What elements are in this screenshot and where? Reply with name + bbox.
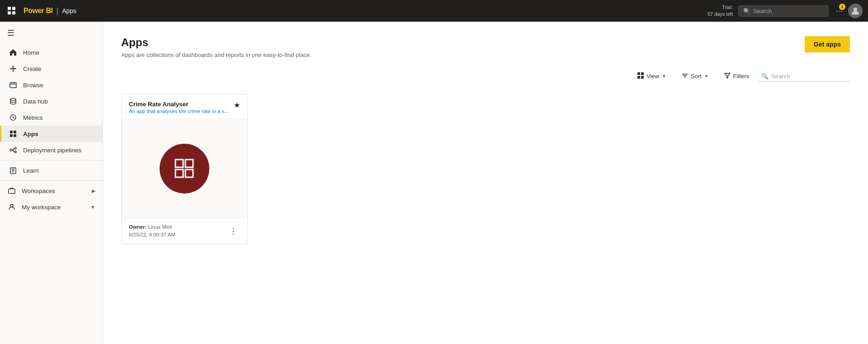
svg-rect-2 [8, 11, 11, 14]
app-card-more-button[interactable]: ⋮ [226, 225, 240, 237]
sidebar-item-browse[interactable]: Browse [0, 77, 103, 93]
sidebar-item-my-workspace[interactable]: My workspace ▼ [0, 199, 103, 215]
sidebar-item-create[interactable]: Create [0, 61, 103, 77]
topbar-actions: ··· 1 [834, 4, 863, 18]
svg-rect-5 [10, 83, 16, 88]
sort-button[interactable]: Sort ▼ [676, 69, 715, 83]
sidebar-item-label-apps: Apps [23, 131, 38, 137]
get-apps-button[interactable]: Get apps [805, 36, 850, 52]
trial-info: Trial: 57 days left [708, 4, 733, 18]
svg-rect-8 [10, 131, 13, 133]
svg-rect-18 [637, 72, 640, 75]
view-chevron-icon: ▼ [662, 74, 666, 79]
sidebar-item-label-create: Create [23, 66, 42, 72]
svg-point-13 [14, 147, 16, 149]
my-workspace-chevron-icon: ▼ [90, 204, 95, 210]
apps-grid: Crime Rate Analyser An app that analyses… [121, 94, 850, 244]
svg-rect-11 [14, 134, 16, 137]
toolbar-search-box[interactable]: 🔍 [759, 71, 850, 82]
app-card-date: 6/25/22, 4:00:37 AM [129, 232, 175, 237]
svg-point-17 [10, 204, 13, 207]
page-subtitle: Apps are collections of dashboards and r… [121, 52, 311, 58]
filters-label: Filters [733, 73, 749, 80]
app-card[interactable]: Crime Rate Analyser An app that analyses… [121, 94, 248, 244]
my-workspace-icon [7, 203, 16, 211]
view-label: View [646, 73, 659, 80]
content-area: Apps Apps are collections of dashboards … [103, 22, 868, 344]
sort-label: Sort [691, 73, 702, 80]
topbar-search-icon: 🔍 [743, 8, 750, 14]
sidebar-item-metrics[interactable]: Metrics [0, 109, 103, 126]
svg-rect-1 [12, 7, 15, 10]
data-hub-icon [9, 98, 18, 105]
filters-button[interactable]: Filters [718, 69, 755, 83]
sidebar-nav: Home Create Browse Data hub [0, 44, 103, 344]
learn-icon [9, 167, 18, 174]
app-card-title-area: Crime Rate Analyser An app that analyses… [129, 101, 229, 114]
toolbar-search-icon: 🔍 [761, 73, 769, 80]
svg-rect-25 [185, 170, 193, 177]
app-card-meta: Owner: Linux Mint 6/25/22, 4:00:37 AM [129, 223, 175, 239]
sidebar-item-apps[interactable]: Apps [0, 126, 103, 142]
svg-rect-10 [10, 134, 13, 137]
app-card-title: Crime Rate Analyser [129, 101, 229, 108]
browse-icon [9, 81, 18, 89]
sidebar-divider [0, 160, 103, 160]
toolbar: View ▼ Sort ▼ Filters 🔍 [121, 69, 850, 83]
app-icon-svg [172, 156, 197, 181]
brand-logo[interactable]: Power BI [24, 7, 52, 15]
toolbar-search-input[interactable] [771, 73, 847, 80]
sidebar-item-learn[interactable]: Learn [0, 162, 103, 179]
workspaces-chevron-icon: ▶ [92, 188, 95, 194]
sidebar-item-home[interactable]: Home [0, 44, 103, 61]
sidebar-item-label-learn: Learn [23, 167, 39, 174]
topbar-more-button[interactable]: ··· 1 [834, 5, 844, 18]
svg-rect-24 [175, 170, 183, 177]
sidebar-item-deployment-pipelines[interactable]: Deployment pipelines [0, 142, 103, 158]
app-card-header: Crime Rate Analyser An app that analyses… [122, 94, 247, 119]
svg-point-6 [10, 99, 16, 101]
workspaces-icon [7, 187, 16, 194]
deployment-pipelines-icon [9, 146, 18, 154]
main-layout: ☰ Home Create Browse [0, 22, 868, 344]
sidebar-divider-2 [0, 180, 103, 181]
svg-rect-0 [8, 7, 11, 10]
app-card-description: An app that analyses the crime rate in a… [129, 108, 229, 114]
sidebar-item-label-deployment-pipelines: Deployment pipelines [23, 147, 81, 154]
sidebar-item-workspaces[interactable]: Workspaces ▶ [0, 183, 103, 199]
topbar-search-input[interactable] [753, 8, 824, 14]
sidebar: ☰ Home Create Browse [0, 22, 103, 344]
app-card-body [122, 119, 247, 218]
sidebar-item-label-home: Home [23, 49, 39, 56]
sidebar-item-data-hub[interactable]: Data hub [0, 93, 103, 109]
sidebar-item-label-my-workspace: My workspace [22, 204, 61, 211]
app-card-star-icon[interactable]: ★ [234, 101, 240, 109]
svg-rect-23 [185, 160, 193, 167]
apps-icon [9, 130, 18, 137]
topbar: Power BI | Apps Trial: 57 days left 🔍 ··… [0, 0, 868, 22]
sort-chevron-icon: ▼ [704, 74, 709, 79]
svg-rect-21 [641, 76, 644, 79]
brand-title: Apps [62, 7, 76, 14]
user-avatar[interactable] [848, 4, 863, 18]
svg-rect-9 [14, 131, 16, 133]
app-card-owner-label: Owner: [129, 224, 148, 230]
svg-point-12 [10, 149, 12, 151]
sidebar-toggle[interactable]: ☰ [0, 22, 103, 44]
svg-point-4 [854, 8, 857, 11]
app-card-footer: Owner: Linux Mint 6/25/22, 4:00:37 AM ⋮ [122, 218, 247, 244]
app-card-icon-circle [160, 144, 209, 193]
home-icon [9, 49, 18, 56]
brand-area: Power BI | Apps [24, 6, 76, 16]
sidebar-item-label-metrics: Metrics [23, 114, 43, 121]
metrics-icon [9, 114, 18, 121]
brand-separator: | [56, 6, 58, 16]
svg-point-14 [14, 151, 16, 153]
apps-grid-icon[interactable] [5, 7, 18, 15]
svg-rect-22 [175, 160, 183, 167]
view-button[interactable]: View ▼ [632, 69, 672, 83]
sidebar-item-label-browse: Browse [23, 82, 43, 89]
svg-rect-20 [637, 76, 640, 79]
topbar-search-box[interactable]: 🔍 [738, 5, 829, 17]
page-title: Apps [121, 36, 311, 49]
